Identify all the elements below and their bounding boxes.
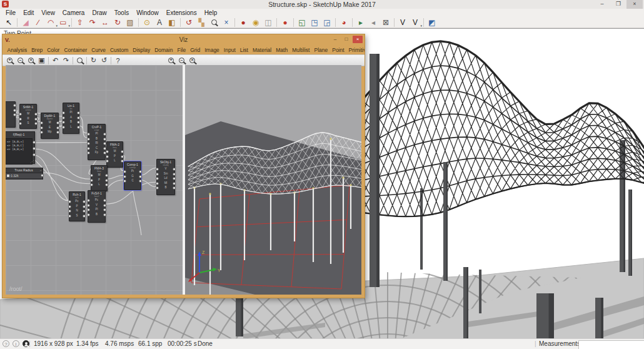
viz-menu-primitive[interactable]: Primitive — [346, 47, 365, 53]
output-port[interactable] — [103, 208, 106, 211]
viz-menu-curve[interactable]: Curve — [89, 47, 108, 53]
viz-node-rch-1[interactable]: Rch-1rchPcPNS — [69, 191, 85, 221]
viz-node-fma-2[interactable]: FMA-2fmaMPL — [106, 141, 123, 168]
viz-zoom-in-icon[interactable]: + — [4, 56, 15, 65]
viz-auto-refresh-icon[interactable]: ↺ — [99, 56, 109, 65]
tape-measure-tool-icon[interactable]: ⊙ — [141, 18, 153, 28]
warehouse-icon[interactable]: ◕ — [338, 18, 350, 28]
output-port[interactable] — [103, 133, 106, 136]
stop-extension-icon[interactable]: ◂ — [367, 18, 380, 28]
run-extension-icon[interactable]: ▸ — [355, 18, 367, 28]
line-tool-icon[interactable]: ∕ — [32, 18, 44, 28]
output-port[interactable] — [103, 199, 106, 202]
output-port[interactable] — [173, 177, 176, 180]
input-port[interactable] — [106, 155, 109, 158]
input-port[interactable] — [90, 183, 93, 186]
output-port[interactable] — [56, 121, 59, 124]
viz-zoom-out-icon[interactable]: – — [15, 56, 26, 65]
input-port[interactable] — [106, 150, 109, 153]
input-port[interactable] — [87, 204, 90, 207]
close-button[interactable]: × — [626, 0, 643, 9]
input-port[interactable] — [62, 111, 65, 114]
output-port[interactable] — [77, 116, 80, 119]
output-port[interactable] — [77, 126, 80, 129]
viz-menu-domain[interactable]: Domain — [153, 47, 175, 53]
input-port[interactable] — [40, 131, 43, 134]
extension-misc-icon[interactable]: ◩ — [426, 18, 438, 28]
measurements-input[interactable] — [578, 340, 644, 349]
dropdown-arrow-icon[interactable]: ▾ — [420, 24, 422, 28]
output-port[interactable] — [34, 113, 38, 116]
viz-node-comp-1[interactable]: Comp-1compPtGC — [124, 161, 141, 190]
input-port[interactable] — [87, 213, 90, 216]
input-port[interactable] — [62, 126, 65, 129]
input-port[interactable] — [87, 138, 90, 141]
menu-view[interactable]: View — [38, 9, 59, 16]
material-sphere-icon[interactable]: ● — [279, 18, 291, 28]
scale-tool-icon[interactable]: ▧ — [124, 18, 136, 28]
viz-menu-container[interactable]: Container — [62, 47, 89, 53]
input-port[interactable] — [68, 200, 71, 203]
output-port[interactable] — [139, 175, 142, 178]
viz-minimize-button[interactable]: – — [330, 36, 340, 43]
viz-menu-math[interactable]: Math — [274, 47, 290, 53]
input-port[interactable] — [123, 170, 126, 173]
output-port[interactable] — [34, 122, 38, 125]
zoom-extents-tool-icon[interactable]: × — [220, 18, 233, 28]
viz-menu-display[interactable]: Display — [131, 47, 153, 53]
input-port[interactable] — [106, 159, 109, 163]
viz-zoom-in-icon[interactable]: + — [166, 56, 176, 65]
output-port[interactable] — [103, 138, 106, 141]
input-port[interactable] — [62, 116, 65, 119]
input-port[interactable] — [19, 118, 22, 121]
close-box-icon[interactable]: ⊠ — [380, 18, 392, 28]
pin-icon[interactable]: ⌐ — [40, 168, 42, 172]
output-port[interactable] — [83, 205, 86, 208]
style-shaded-icon[interactable]: ◳ — [308, 18, 321, 28]
viz-menu-image[interactable]: Image — [203, 47, 222, 53]
viz-zoom-out-icon[interactable]: – — [176, 56, 187, 65]
viz-node-crvp-1[interactable]: CrvP-1crvpPlBRlCFp — [88, 124, 106, 160]
viz-menu-multilist[interactable]: Multilist — [290, 47, 312, 53]
output-port[interactable] — [41, 174, 44, 177]
input-port[interactable] — [87, 142, 90, 145]
minimize-button[interactable]: – — [594, 0, 610, 9]
viz-title-bar[interactable]: V. Viz –□× — [3, 34, 365, 45]
resize-grip-icon[interactable]: ⋰ — [30, 159, 34, 163]
input-port[interactable] — [156, 182, 159, 185]
input-port[interactable] — [87, 133, 90, 136]
menu-draw[interactable]: Draw — [88, 9, 110, 16]
pan-tool-icon[interactable]: ▚ — [195, 18, 208, 28]
menu-camera[interactable]: Camera — [59, 9, 89, 16]
input-port[interactable] — [19, 122, 22, 125]
position-camera-tool-icon[interactable]: ● — [237, 18, 249, 28]
dropdown-arrow-icon[interactable]: ▾ — [68, 24, 70, 28]
model-viewport[interactable]: Two Point V. Viz –□× AnalysisBrepColorCo… — [0, 28, 644, 338]
output-port[interactable] — [83, 215, 86, 218]
look-around-tool-icon[interactable]: ◉ — [249, 18, 262, 28]
output-port[interactable] — [173, 182, 176, 185]
zoom-tool-icon[interactable] — [208, 18, 220, 28]
output-port[interactable] — [83, 200, 86, 203]
menu-edit[interactable]: Edit — [19, 9, 38, 16]
output-port[interactable] — [77, 121, 80, 124]
output-port[interactable] — [121, 150, 124, 153]
viz-launch-icon[interactable]: V — [396, 18, 409, 28]
input-port[interactable] — [62, 121, 65, 124]
viz-menu-color[interactable]: Color — [45, 47, 62, 53]
viz-menu-input[interactable]: Input — [221, 47, 238, 53]
follow-me-tool-icon[interactable]: ↷ — [86, 18, 99, 28]
input-port[interactable] — [123, 175, 126, 178]
viz-node-canvas[interactable]: /root/ SrtMr-1srtmrMRSDipMr-1dipmrMEMpLi… — [6, 65, 183, 295]
input-port[interactable] — [68, 215, 71, 218]
menu-extensions[interactable]: Extensions — [163, 9, 201, 16]
viz-refresh-icon[interactable]: ↻ — [88, 56, 99, 65]
restore-button[interactable]: ❐ — [610, 0, 626, 9]
input-port[interactable] — [68, 205, 71, 208]
walk-tool-icon[interactable]: ◫ — [262, 18, 274, 28]
output-port[interactable] — [139, 180, 142, 183]
viz-zoom-reset-icon[interactable]: × — [187, 56, 198, 65]
viz-menu-list[interactable]: List — [238, 47, 250, 53]
input-port[interactable] — [68, 210, 71, 213]
slider-checkbox[interactable] — [7, 174, 9, 177]
